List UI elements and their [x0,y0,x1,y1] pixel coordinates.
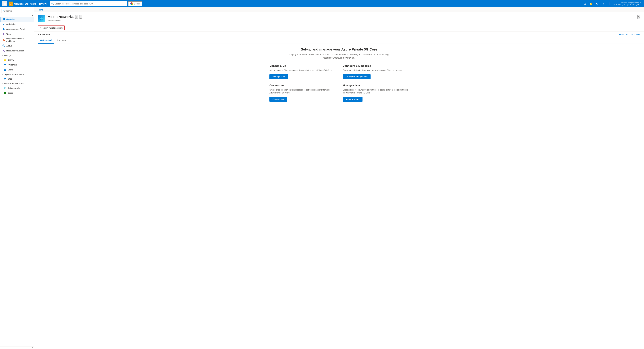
breadcrumb-home[interactable]: Home [38,9,43,11]
configure-sim-policies-title: Configure SIM policies [343,64,408,67]
sidebar-search-bar: 🔍 📌 « [0,7,34,14]
global-search-box[interactable]: 🔍 [50,1,127,6]
sidebar-item-resource-visualizer[interactable]: Resource visualizer [0,48,34,53]
svg-rect-6 [3,24,4,24]
notifications-button[interactable]: 🔔 [588,1,594,6]
hamburger-menu-button[interactable]: ☰ [2,1,8,6]
resource-title-actions: ☆ ··· [75,15,82,19]
sidebar: 🔍 📌 « ▲ Overview Activity log [0,7,34,349]
sidebar-item-access-control[interactable]: Access control (IAM) [0,26,34,31]
manage-slices-desc: Create slices for your physical network … [343,88,408,94]
sidebar-item-tags[interactable]: Tags [0,31,34,36]
copilot-button[interactable]: Copilot [128,1,142,6]
content-area: Home › MobileNetwork1 ☆ ··· [34,7,644,349]
configure-sim-policies-button[interactable]: Configure SIM policies [343,74,370,79]
svg-point-15 [3,50,3,50]
slices-icon [4,91,6,94]
resource-subtitle: Mobile Network [48,19,640,21]
sidebar-item-activity-log-label: Activity log [6,23,16,25]
resource-visualizer-icon [2,49,5,52]
sidebar-item-properties[interactable]: Properties [1,62,34,67]
network-infrastructure-section-header[interactable]: ∨ Network infrastructure [0,81,34,85]
manage-sims-desc: Add or manage SIMs to connect devices to… [270,69,335,72]
more-options-button[interactable]: ··· [79,15,82,18]
sidebar-item-data-networks[interactable]: Data networks [1,85,34,90]
sidebar-item-identity-label: Identity [8,59,14,61]
svg-rect-2 [3,19,4,20]
sidebar-pin-button[interactable]: 📌 [34,9,34,12]
sidebar-item-properties-label: Properties [8,64,17,66]
create-sites-button[interactable]: Create sites [270,97,287,102]
topbar: ☰ 🔥 Contoso, Ltd. Azure (Preview) 🔍 Copi… [0,0,644,7]
breadcrumb-separator: › [44,9,45,11]
sidebar-search-input[interactable] [2,9,33,13]
modify-mobile-network-button[interactable]: ✏ Modify mobile network [38,25,64,30]
physical-infrastructure-items: Sites [0,76,34,81]
sidebar-item-identity[interactable]: Identity [1,57,34,62]
tab-summary[interactable]: Summary [54,37,68,43]
topbar-title: Contoso, Ltd. Azure (Preview) [14,2,47,5]
physical-infrastructure-section-header[interactable]: ∨ Physical infrastructure [0,72,34,76]
user-tenant: CONTOSO, LTD. (CONTOSO, LTD.... [614,4,642,6]
scroll-up-indicator: ▲ [0,14,34,17]
main-subheading: Deploy your own Azure Private 5G Core to… [285,53,393,59]
svg-rect-25 [4,64,6,65]
svg-rect-4 [3,23,5,23]
sidebar-item-activity-log[interactable]: Activity log [0,22,34,26]
network-infrastructure-chevron-icon: ∨ [2,83,3,84]
svg-point-8 [3,28,4,29]
essentials-toggle[interactable]: ∨ Essentials [38,33,50,35]
portal-menu-button[interactable]: ⊞ [582,1,588,6]
resource-title-group: MobileNetwork1 ☆ ··· Mobile Network [48,15,640,21]
svg-rect-1 [4,18,5,19]
help-button[interactable]: ? [600,1,606,6]
copilot-label: Copilot [134,3,140,5]
properties-icon [4,63,6,66]
settings-button[interactable]: ⚙ [594,1,600,6]
sidebar-item-slices-label: Slices [8,92,13,94]
svg-rect-9 [4,40,4,40]
sidebar-item-diagnose-label: Diagnose and solve problems [6,37,32,42]
settings-chevron-icon: ∨ [2,55,3,56]
sidebar-item-locks-label: Locks [8,69,13,71]
tab-get-started[interactable]: Get started [38,37,54,43]
svg-rect-0 [3,18,4,19]
sidebar-item-resource-visualizer-label: Resource visualizer [6,50,24,52]
sidebar-item-about[interactable]: About [0,43,34,48]
sidebar-item-sites-label: Sites [8,78,12,80]
sidebar-item-diagnose[interactable]: Diagnose and solve problems [0,36,34,43]
sidebar-item-sites[interactable]: Sites [1,76,34,81]
view-cost-link[interactable]: View Cost [618,33,628,35]
manage-sims-button[interactable]: Manage SIMs [270,74,288,79]
main-content: Set-up and manage your Azure Private 5G … [34,44,644,349]
azure-icon-label: 🔥 [10,2,12,5]
manage-sims-title: Manage SIMs [270,64,335,67]
feedback-button[interactable]: 👤 [607,1,612,6]
manage-slices-button[interactable]: Manage slices [343,97,362,102]
toolbar: ✏ Modify mobile network [34,24,644,32]
sidebar-item-slices[interactable]: Slices [1,90,34,95]
svg-rect-28 [4,69,6,71]
svg-rect-3 [4,19,5,20]
json-view-link[interactable]: JSON View [630,33,640,35]
scroll-down-indicator: ▼ [0,347,34,349]
cards-grid: Manage SIMs Add or manage SIMs to connec… [270,64,408,102]
favorite-star-button[interactable]: ☆ [75,15,78,19]
svg-rect-5 [3,24,5,24]
settings-section-header[interactable]: ∨ Settings [0,53,34,57]
about-icon [2,44,5,47]
search-icon: 🔍 [51,2,54,5]
settings-section-items: Identity Properties Locks [0,57,34,72]
svg-rect-10 [4,40,4,41]
locks-icon [4,68,6,71]
essentials-bar: ∨ Essentials View Cost JSON View [34,32,644,37]
sidebar-item-overview[interactable]: Overview [0,17,34,22]
copilot-gem-icon [130,2,133,5]
topbar-user[interactable]: chrisqpublic@contoso.c... CONTOSO, LTD. … [614,2,642,6]
card-manage-slices: Manage slices Create slices for your phy… [343,84,408,102]
user-name: chrisqpublic@contoso.c... [614,2,642,4]
global-search-input[interactable] [55,3,125,5]
sidebar-item-locks[interactable]: Locks [1,67,34,72]
svg-rect-7 [3,25,4,25]
close-button[interactable]: ✕ [637,15,640,19]
